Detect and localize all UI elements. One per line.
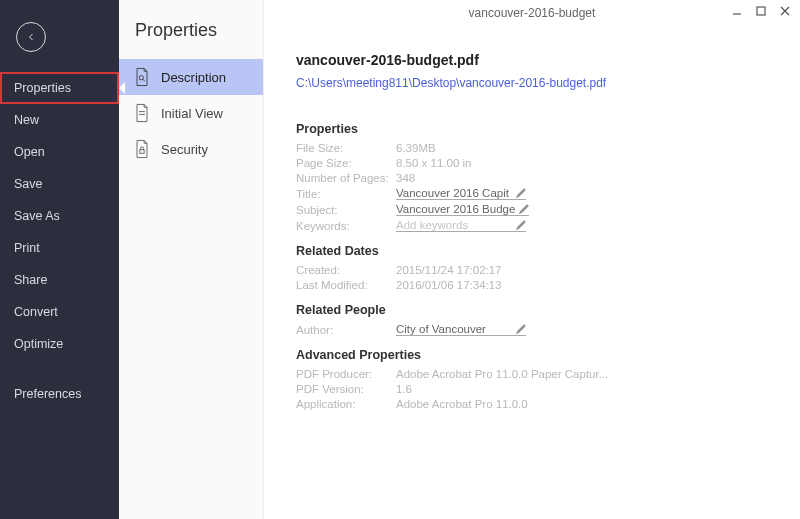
keywords-input[interactable]: Add keywords xyxy=(396,219,526,232)
tab-label: Description xyxy=(161,70,226,85)
title-input[interactable]: Vancouver 2016 Capit xyxy=(396,187,526,200)
created-value: 2015/11/24 17:02:17 xyxy=(396,264,502,276)
modified-value: 2016/01/06 17:34:13 xyxy=(396,279,502,291)
document-lock-icon xyxy=(133,139,151,159)
tab-security[interactable]: Security xyxy=(119,131,263,167)
close-icon xyxy=(780,6,790,16)
minimize-icon xyxy=(732,6,742,16)
file-menu-sidebar: Properties New Open Save Save As Print S… xyxy=(0,0,119,519)
producer-value: Adobe Acrobat Pro 11.0.0 Paper Captur... xyxy=(396,368,608,380)
properties-panel-title: Properties xyxy=(119,14,263,59)
section-people-heading: Related People xyxy=(296,303,768,317)
num-pages-value: 348 xyxy=(396,172,415,184)
num-pages-label: Number of Pages: xyxy=(296,172,396,184)
author-input[interactable]: City of Vancouver xyxy=(396,323,526,336)
sidebar-item-print[interactable]: Print xyxy=(0,232,119,264)
svg-line-1 xyxy=(143,79,145,81)
document-search-icon xyxy=(133,67,151,87)
minimize-button[interactable] xyxy=(726,2,748,20)
close-button[interactable] xyxy=(774,2,796,20)
chevron-left-icon xyxy=(25,31,37,43)
tab-label: Security xyxy=(161,142,208,157)
section-properties-heading: Properties xyxy=(296,122,768,136)
keywords-label: Keywords: xyxy=(296,220,396,232)
app-label: Application: xyxy=(296,398,396,410)
window-title: vancouver-2016-budget xyxy=(469,6,596,20)
edit-icon xyxy=(516,188,526,198)
subject-label: Subject: xyxy=(296,204,396,216)
sidebar-item-open[interactable]: Open xyxy=(0,136,119,168)
title-bar: vancouver-2016-budget xyxy=(264,0,800,26)
back-button[interactable] xyxy=(16,22,46,52)
file-size-value: 6.39MB xyxy=(396,142,436,154)
edit-icon xyxy=(516,220,526,230)
section-advanced-heading: Advanced Properties xyxy=(296,348,768,362)
app-value: Adobe Acrobat Pro 11.0.0 xyxy=(396,398,528,410)
tab-description[interactable]: Description xyxy=(119,59,263,95)
version-label: PDF Version: xyxy=(296,383,396,395)
sidebar-item-save[interactable]: Save xyxy=(0,168,119,200)
tab-initial-view[interactable]: Initial View xyxy=(119,95,263,131)
edit-icon xyxy=(516,324,526,334)
page-size-label: Page Size: xyxy=(296,157,396,169)
title-label: Title: xyxy=(296,188,396,200)
maximize-button[interactable] xyxy=(750,2,772,20)
document-title: vancouver-2016-budget.pdf xyxy=(296,52,768,68)
section-dates-heading: Related Dates xyxy=(296,244,768,258)
sidebar-item-share[interactable]: Share xyxy=(0,264,119,296)
sidebar-item-save-as[interactable]: Save As xyxy=(0,200,119,232)
subject-input[interactable]: Vancouver 2016 Budge xyxy=(396,203,529,216)
properties-nav: Properties Description Initial View Secu… xyxy=(119,0,264,519)
file-size-label: File Size: xyxy=(296,142,396,154)
created-label: Created: xyxy=(296,264,396,276)
sidebar-item-convert[interactable]: Convert xyxy=(0,296,119,328)
maximize-icon xyxy=(756,6,766,16)
svg-rect-6 xyxy=(757,7,765,15)
producer-label: PDF Producer: xyxy=(296,368,396,380)
sidebar-item-properties[interactable]: Properties xyxy=(0,72,119,104)
version-value: 1.6 xyxy=(396,383,412,395)
sidebar-item-new[interactable]: New xyxy=(0,104,119,136)
properties-content: vancouver-2016-budget.pdf C:\Users\meeti… xyxy=(264,26,800,519)
svg-rect-4 xyxy=(140,150,144,154)
edit-icon xyxy=(519,204,529,214)
document-path-link[interactable]: C:\Users\meeting811\Desktop\vancouver-20… xyxy=(296,76,606,90)
document-icon xyxy=(133,103,151,123)
modified-label: Last Modified: xyxy=(296,279,396,291)
main-area: vancouver-2016-budget vancouver-2016-bud… xyxy=(264,0,800,519)
page-size-value: 8.50 x 11.00 in xyxy=(396,157,471,169)
tab-label: Initial View xyxy=(161,106,223,121)
author-label: Author: xyxy=(296,324,396,336)
sidebar-item-preferences[interactable]: Preferences xyxy=(0,378,119,410)
sidebar-item-optimize[interactable]: Optimize xyxy=(0,328,119,360)
